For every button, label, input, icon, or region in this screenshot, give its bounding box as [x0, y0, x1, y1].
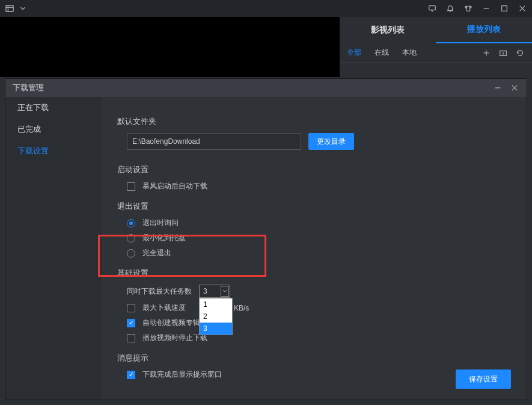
refresh-icon[interactable] — [515, 48, 525, 58]
tab-play-list[interactable]: 播放列表 — [436, 17, 532, 43]
sidebar-tabs: 影视列表 播放列表 — [340, 17, 532, 43]
pause-on-play-checkbox[interactable] — [127, 334, 135, 342]
sidebar-item-completed[interactable]: 已完成 — [5, 119, 102, 140]
svg-rect-3 — [429, 6, 436, 10]
modal-content: 默认文件夹 更改目录 启动设置 暴风启动后自动下载 退出设置 退出时询问 最小化… — [102, 97, 527, 400]
dropdown-item-3[interactable]: 3 — [200, 323, 232, 335]
tab-media-list[interactable]: 影视列表 — [340, 17, 436, 43]
show-tip-label: 下载完成后显示提示窗口 — [142, 369, 222, 380]
auto-download-label: 暴风启动后自动下载 — [142, 181, 207, 191]
speed-unit: KB/s — [234, 304, 249, 312]
max-task-label: 同时下载最大任务数 — [127, 286, 192, 297]
chat-icon[interactable] — [427, 4, 437, 13]
dropdown-value: 3 — [203, 287, 207, 295]
modal-close-icon[interactable] — [510, 83, 519, 93]
exit-ask-label: 退出时询问 — [142, 218, 179, 228]
section-msg-title: 消息提示 — [117, 353, 511, 363]
subtab-online[interactable]: 在线 — [375, 48, 389, 58]
auto-download-checkbox[interactable] — [127, 182, 135, 191]
auto-create-label: 自动创建视频专辑文 — [142, 318, 207, 328]
dropdown-button[interactable]: 3 — [199, 285, 230, 298]
modal-title: 下载管理 — [13, 82, 44, 93]
pause-on-play-label: 播放视频时停止下载 — [142, 333, 207, 343]
minimize-icon[interactable] — [482, 4, 491, 13]
dropdown-list: 1 2 3 — [199, 298, 233, 335]
section-basic-title: 基础设置 — [117, 268, 511, 279]
section-folder-title: 默认文件夹 — [117, 116, 511, 127]
max-speed-label: 最大卜载速度 — [142, 303, 186, 313]
sidebar-item-downloading[interactable]: 正在下载 — [5, 97, 102, 119]
shirt-icon[interactable] — [463, 4, 473, 13]
logo-icon[interactable] — [5, 4, 14, 13]
add-icon[interactable] — [482, 48, 491, 58]
main-titlebar — [0, 0, 532, 17]
save-settings-button[interactable]: 保存设置 — [456, 369, 511, 389]
subtab-all[interactable]: 全部 — [347, 48, 361, 58]
chevron-down-icon — [221, 286, 229, 297]
max-speed-checkbox[interactable] — [127, 304, 135, 312]
modal-titlebar: 下载管理 — [5, 79, 527, 97]
exit-ask-radio[interactable] — [127, 219, 135, 227]
sidebar-subtabs: 全部 在线 本地 — [340, 43, 532, 63]
section-exit-title: 退出设置 — [117, 201, 511, 212]
dropdown-item-2[interactable]: 2 — [200, 311, 232, 323]
exit-full-radio[interactable] — [127, 249, 135, 258]
maximize-icon[interactable] — [500, 4, 509, 13]
exit-tray-label: 最小化到托盘 — [142, 233, 186, 243]
modal-sidebar: 正在下载 已完成 下载设置 — [5, 97, 102, 400]
section-startup-title: 启动设置 — [117, 164, 511, 175]
folder-add-icon[interactable] — [498, 48, 508, 58]
dropdown-item-1[interactable]: 1 — [200, 298, 232, 311]
exit-tray-radio[interactable] — [127, 234, 135, 243]
modal-minimize-icon[interactable] — [493, 83, 503, 93]
max-task-dropdown[interactable]: 3 1 2 3 — [199, 285, 230, 298]
close-icon[interactable] — [518, 4, 527, 13]
show-tip-checkbox[interactable] — [127, 371, 135, 379]
svg-rect-6 — [502, 6, 507, 11]
svg-rect-0 — [6, 5, 13, 12]
dropdown-icon[interactable] — [18, 4, 28, 13]
auto-create-checkbox[interactable] — [127, 319, 135, 327]
sidebar-item-settings[interactable]: 下载设置 — [5, 140, 102, 162]
change-folder-button[interactable]: 更改目录 — [308, 133, 354, 150]
exit-full-label: 完全退出 — [142, 248, 171, 258]
folder-path-input[interactable] — [127, 133, 301, 150]
bell-icon[interactable] — [445, 4, 455, 13]
download-manager-modal: 下载管理 正在下载 已完成 下载设置 默认文件夹 更改目录 启动设置 暴风启动后… — [5, 78, 527, 400]
subtab-local[interactable]: 本地 — [402, 48, 417, 58]
